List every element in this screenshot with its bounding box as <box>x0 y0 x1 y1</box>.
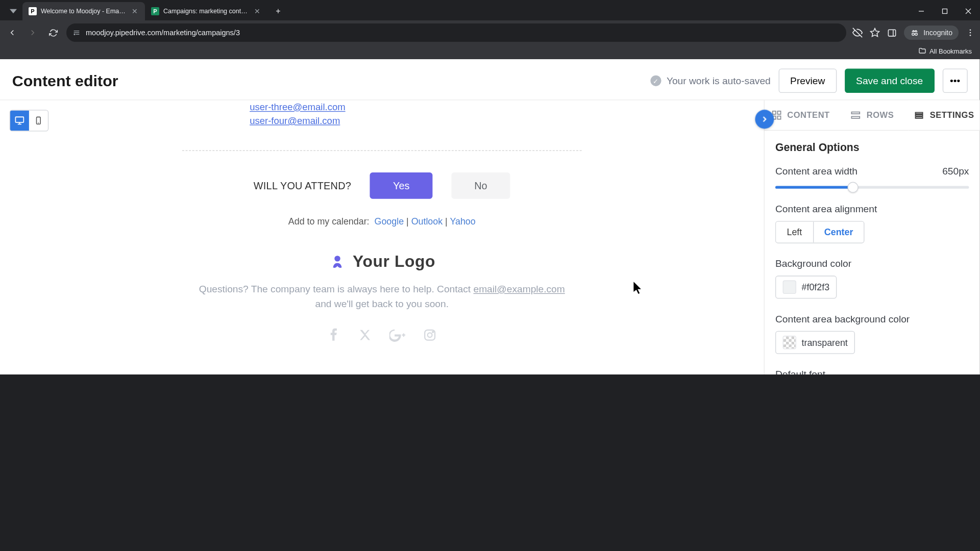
site-info-icon[interactable] <box>72 29 81 37</box>
align-center-button[interactable]: Center <box>813 222 864 243</box>
content-bg-label: Content area background color <box>775 313 969 324</box>
url-text: moodjoy.pipedrive.com/marketing/campaign… <box>86 29 240 37</box>
svg-point-24 <box>432 331 433 332</box>
attend-question: WILL YOU ATTEND? <box>254 180 351 191</box>
color-swatch <box>783 281 796 294</box>
panel-collapse-button[interactable] <box>755 110 774 129</box>
tab-settings-label: SETTINGS <box>930 110 974 120</box>
tab-content[interactable]: CONTENT <box>765 101 837 131</box>
svg-rect-29 <box>777 116 780 119</box>
logo-text: Your Logo <box>353 252 435 271</box>
mobile-view-button[interactable] <box>29 110 48 131</box>
autosave-label: Your work is auto-saved <box>667 76 771 86</box>
all-bookmarks-button[interactable]: All Bookmarks <box>918 47 972 55</box>
svg-point-14 <box>970 32 971 34</box>
x-twitter-icon[interactable] <box>358 328 372 341</box>
preview-button[interactable]: Preview <box>779 69 837 93</box>
tab-close-icon[interactable]: ✕ <box>131 7 139 15</box>
email-link-list: user-three@email.com user-four@email.com <box>182 101 582 128</box>
svg-point-23 <box>428 333 432 337</box>
svg-rect-31 <box>852 116 860 118</box>
section-title: General Options <box>775 141 969 154</box>
tab-content-label: CONTENT <box>787 110 830 120</box>
slider-thumb[interactable] <box>847 182 858 193</box>
incognito-label: Incognito <box>923 29 952 37</box>
calendar-row: Add to my calendar: Google | Outlook | Y… <box>182 211 582 237</box>
bg-color-label: Background color <box>775 258 969 269</box>
content-bg-value: transparent <box>802 337 848 347</box>
google-plus-icon[interactable] <box>389 328 406 341</box>
eye-off-icon[interactable] <box>852 28 863 38</box>
svg-point-11 <box>912 33 915 36</box>
align-left-button[interactable]: Left <box>776 222 813 243</box>
check-icon: ✓ <box>650 76 661 86</box>
svg-rect-9 <box>889 30 896 36</box>
save-and-close-button[interactable]: Save and close <box>845 69 935 93</box>
tab-search-menu[interactable] <box>4 2 22 20</box>
svg-rect-32 <box>915 112 922 114</box>
no-button[interactable]: No <box>451 172 510 199</box>
tab-close-icon[interactable]: ✕ <box>253 7 261 15</box>
window-maximize[interactable] <box>933 2 957 20</box>
tab-rows-label: ROWS <box>867 110 894 120</box>
font-label: Default font <box>775 369 969 374</box>
svg-marker-8 <box>871 29 879 37</box>
tab-title: Campaigns: marketing contacts <box>163 8 249 15</box>
tab-favicon: P <box>29 7 37 15</box>
all-bookmarks-label: All Bookmarks <box>929 47 972 55</box>
alignment-label: Content area alignment <box>775 204 969 214</box>
svg-rect-16 <box>15 117 23 122</box>
browser-tab-active[interactable]: P Welcome to Moodjoy - Email c ✕ <box>22 2 145 20</box>
facebook-icon[interactable] <box>327 328 340 341</box>
nav-back-button[interactable] <box>5 26 19 40</box>
footer-help-email[interactable]: email@example.com <box>473 284 565 294</box>
content-width-value: 650px <box>942 166 969 177</box>
tab-favicon: P <box>151 7 159 15</box>
bg-color-input[interactable]: #f0f2f3 <box>775 276 837 298</box>
svg-point-12 <box>915 33 918 36</box>
tab-rows[interactable]: ROWS <box>836 101 908 131</box>
new-tab-button[interactable]: + <box>271 4 286 19</box>
browser-menu-icon[interactable] <box>966 28 975 37</box>
yes-button[interactable]: Yes <box>370 172 432 199</box>
calendar-google-link[interactable]: Google <box>375 216 404 227</box>
instagram-icon[interactable] <box>423 328 436 341</box>
bookmark-star-icon[interactable] <box>870 28 880 38</box>
logo-icon <box>328 253 346 270</box>
window-close[interactable] <box>957 2 980 20</box>
content-width-label: Content area width <box>775 166 857 177</box>
nav-reload-button[interactable] <box>46 26 60 40</box>
email-link[interactable]: user-four@email.com <box>250 114 581 127</box>
desktop-view-button[interactable] <box>10 110 29 131</box>
address-bar[interactable]: moodjoy.pipedrive.com/marketing/campaign… <box>66 23 846 42</box>
autosave-status: ✓ Your work is auto-saved <box>650 76 771 86</box>
footer-help-text: Questions? The company team is always he… <box>193 282 571 312</box>
svg-point-21 <box>334 256 340 261</box>
more-menu-button[interactable]: ••• <box>943 69 968 93</box>
side-panel-icon[interactable] <box>887 28 897 38</box>
color-swatch <box>783 336 796 349</box>
browser-tab[interactable]: P Campaigns: marketing contacts ✕ <box>145 2 267 20</box>
bg-color-value: #f0f2f3 <box>802 282 830 292</box>
tab-settings[interactable]: SETTINGS <box>908 101 980 131</box>
page-title: Content editor <box>12 71 118 90</box>
svg-rect-1 <box>943 9 947 14</box>
divider <box>182 150 582 151</box>
svg-rect-34 <box>915 117 922 118</box>
content-bg-color-input[interactable]: transparent <box>775 331 855 354</box>
calendar-yahoo-link[interactable]: Yahoo <box>450 216 475 227</box>
svg-point-15 <box>970 35 971 36</box>
incognito-chip[interactable]: Incognito <box>904 26 959 40</box>
svg-rect-26 <box>772 111 775 114</box>
email-link[interactable]: user-three@email.com <box>250 101 581 114</box>
svg-rect-33 <box>915 115 922 116</box>
svg-rect-30 <box>852 112 860 114</box>
calendar-label: Add to my calendar: <box>288 216 370 227</box>
window-minimize[interactable] <box>910 2 933 20</box>
content-width-slider[interactable] <box>775 186 969 189</box>
calendar-outlook-link[interactable]: Outlook <box>411 216 443 227</box>
svg-point-13 <box>970 29 971 31</box>
nav-forward-button <box>26 26 40 40</box>
tab-title: Welcome to Moodjoy - Email c <box>41 8 127 15</box>
legal-company: *|SENDER_COMPANY|* <box>23 373 741 374</box>
